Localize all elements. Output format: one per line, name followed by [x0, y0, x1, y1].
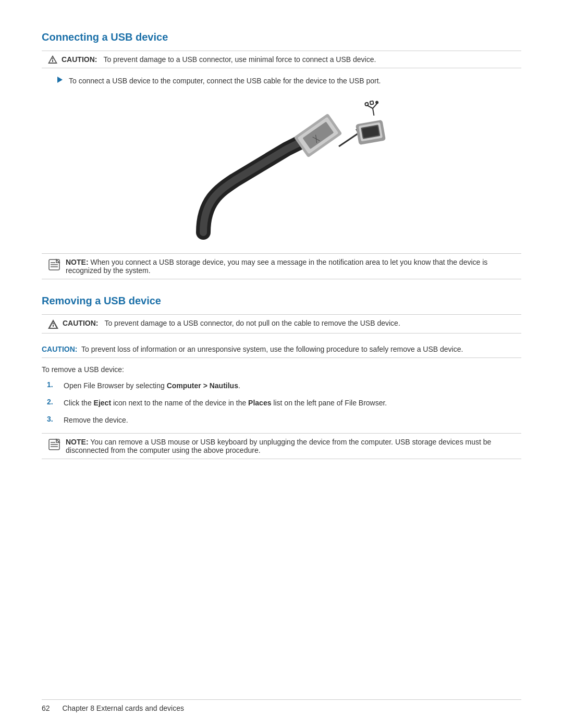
usb-illustration: ╳	[172, 97, 391, 243]
caution-box-1: CAUTION: To prevent damage to a USB conn…	[42, 51, 521, 68]
caution-triangle-icon-1	[48, 55, 57, 64]
connect-bullet-item: To connect a USB device to the computer,…	[57, 76, 521, 87]
step-1-text: Open File Browser by selecting Computer …	[64, 380, 240, 391]
svg-line-10	[373, 108, 374, 116]
caution-label-1: CAUTION:	[62, 55, 97, 64]
caution-label-2a: CAUTION:	[63, 319, 98, 327]
step-1-num: 1.	[47, 380, 56, 389]
note-icon-2	[48, 438, 60, 451]
note-box-1: NOTE: When you connect a USB storage dev…	[42, 253, 521, 279]
svg-rect-13	[370, 101, 374, 105]
svg-point-14	[365, 102, 369, 106]
caution-label-2b: CAUTION:	[42, 345, 77, 353]
note-content-1: NOTE: When you connect a USB storage dev…	[66, 258, 515, 275]
step-2: 2. Click the Eject icon next to the name…	[47, 398, 521, 409]
connect-bullet-text: To connect a USB device to the computer,…	[69, 76, 381, 87]
footer-chapter: Chapter 8 External cards and devices	[62, 704, 183, 712]
step-1: 1. Open File Browser by selecting Comput…	[47, 380, 521, 391]
step-2-num: 2.	[47, 398, 56, 406]
step-3-text: Remove the device.	[64, 415, 128, 426]
caution-text-2a: To prevent damage to a USB connector, do…	[104, 319, 400, 327]
step-2-text: Click the Eject icon next to the name of…	[64, 398, 387, 409]
caution-triangle-icon-2a	[48, 319, 58, 329]
caution-box-2a: CAUTION: To prevent damage to a USB conn…	[42, 314, 521, 334]
numbered-steps: 1. Open File Browser by selecting Comput…	[42, 380, 521, 426]
footer-page-num: 62	[42, 704, 50, 712]
step-3: 3. Remove the device.	[47, 415, 521, 426]
note-box-2: NOTE: You can remove a USB mouse or USB …	[42, 433, 521, 459]
caution-text-2b: To prevent loss of information or an unr…	[81, 345, 463, 353]
note-label-1: NOTE:	[66, 258, 89, 266]
section2-title: Removing a USB device	[42, 295, 521, 307]
svg-point-15	[375, 101, 379, 104]
note-icon-1	[48, 258, 60, 271]
remove-intro-text: To remove a USB device:	[42, 364, 521, 375]
svg-line-4	[339, 132, 360, 146]
footer-divider	[42, 699, 521, 700]
note-label-2: NOTE:	[66, 438, 89, 446]
note-content-2: NOTE: You can remove a USB mouse or USB …	[66, 438, 515, 454]
step-3-num: 3.	[47, 415, 56, 423]
page-footer: 62 Chapter 8 External cards and devices	[42, 699, 521, 712]
usb-image-area: ╳	[42, 97, 521, 243]
blue-arrow-icon	[57, 77, 63, 83]
caution-box-2b: CAUTION: To prevent loss of information …	[42, 341, 521, 358]
section2: Removing a USB device CAUTION: To preven…	[42, 295, 521, 459]
section1-title: Connecting a USB device	[42, 31, 521, 43]
caution-text-1: To prevent damage to a USB connector, us…	[103, 55, 376, 64]
